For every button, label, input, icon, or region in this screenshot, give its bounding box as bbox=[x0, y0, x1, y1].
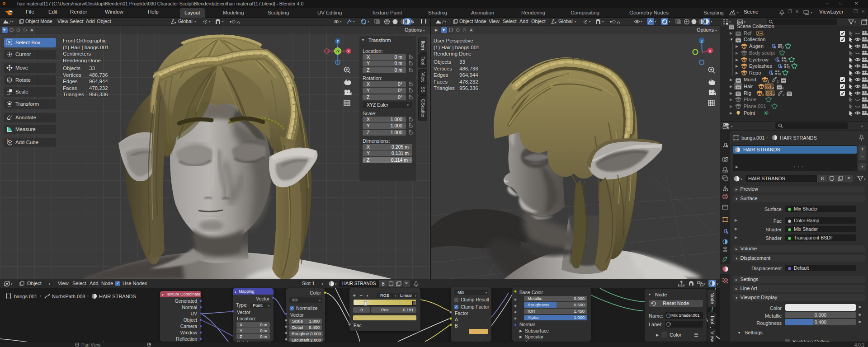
svg-text:Z: Z bbox=[700, 39, 703, 43]
svg-text:X: X bbox=[709, 49, 712, 53]
svg-text:X: X bbox=[347, 49, 350, 53]
svg-text:Z: Z bbox=[337, 39, 339, 43]
svg-text:-Y: -Y bbox=[336, 49, 340, 53]
